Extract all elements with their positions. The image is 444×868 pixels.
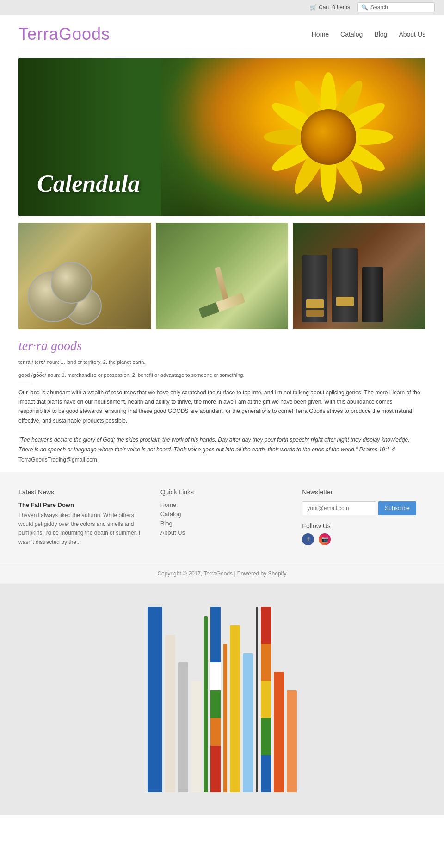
footer-newsletter-col: Newsletter Subscribe Follow Us f 📷 <box>302 488 426 547</box>
hero-title: Calendula <box>37 170 140 197</box>
cart-link[interactable]: 🛒 Cart: 0 items <box>310 4 350 11</box>
nav-blog[interactable]: Blog <box>374 31 387 38</box>
nav-about[interactable]: About Us <box>399 31 426 38</box>
nav-catalog[interactable]: Catalog <box>340 31 363 38</box>
footer-news-article-title[interactable]: The Fall Pare Down <box>18 501 142 508</box>
footer-news-col: Latest News The Fall Pare Down I haven't… <box>18 488 142 547</box>
search-icon: 🔍 <box>361 4 368 11</box>
footer-newsletter-title: Newsletter <box>302 488 426 496</box>
footer-links-col: Quick Links Home Catalog Blog About Us <box>160 488 284 547</box>
about-quote: "The heavens declare the glory of God; t… <box>18 435 426 454</box>
follow-us-title: Follow Us <box>302 522 426 530</box>
product-thumb-2[interactable] <box>156 223 289 329</box>
about-divider-2 <box>18 431 32 431</box>
newsletter-input[interactable] <box>302 501 376 515</box>
hero-image: Calendula <box>18 58 426 216</box>
product-thumb-1[interactable] <box>18 223 151 329</box>
header-divider <box>18 51 426 51</box>
header: TerraGoods Home Catalog Blog About Us <box>0 15 444 51</box>
footer-link-about[interactable]: About Us <box>160 529 185 536</box>
nav-home[interactable]: Home <box>312 31 329 38</box>
product-thumb-3[interactable] <box>293 223 426 329</box>
bottom-decorative-area <box>0 584 444 815</box>
cart-text: Cart: 0 items <box>319 4 350 11</box>
about-email: TerraGoodsTrading@gmail.com <box>18 456 426 463</box>
cart-icon: 🛒 <box>310 4 317 11</box>
newsletter-form: Subscribe <box>302 501 426 515</box>
search-box: 🔍 <box>357 2 435 12</box>
footer-news-title: Latest News <box>18 488 142 496</box>
facebook-icon[interactable]: f <box>302 533 314 545</box>
footer-main: Latest News The Fall Pare Down I haven't… <box>0 472 444 563</box>
search-input[interactable] <box>370 4 431 11</box>
copyright-text: Copyright © 2017, TerraGoods | Powered b… <box>157 570 286 577</box>
about-divider <box>18 384 32 384</box>
about-def-terra: ter·ra /ˈterə/ noun: 1. land or territor… <box>18 358 426 367</box>
instagram-icon[interactable]: 📷 <box>319 533 331 545</box>
about-def-good: good /ɡo͝od/ noun: 1. merchandise or pos… <box>18 371 426 380</box>
about-body: Our land is abundant with a wealth of re… <box>18 388 426 426</box>
logo[interactable]: TerraGoods <box>18 25 110 44</box>
footer-bottom: Copyright © 2017, TerraGoods | Powered b… <box>0 563 444 584</box>
footer-news-article-text: I haven't always liked the autumn. While… <box>18 511 142 547</box>
top-bar: 🛒 Cart: 0 items 🔍 <box>0 0 444 15</box>
footer-link-catalog[interactable]: Catalog <box>160 511 181 518</box>
social-icons: f 📷 <box>302 533 426 545</box>
main-nav: Home Catalog Blog About Us <box>312 31 426 38</box>
about-title: ter·ra goods <box>18 338 426 353</box>
about-section: ter·ra goods ter·ra /ˈterə/ noun: 1. lan… <box>18 338 426 463</box>
footer-link-home[interactable]: Home <box>160 501 177 508</box>
product-grid <box>18 223 426 329</box>
footer-links-title: Quick Links <box>160 488 284 496</box>
footer-link-blog[interactable]: Blog <box>160 520 173 527</box>
footer-links-list: Home Catalog Blog About Us <box>160 501 284 536</box>
subscribe-button[interactable]: Subscribe <box>378 501 416 515</box>
